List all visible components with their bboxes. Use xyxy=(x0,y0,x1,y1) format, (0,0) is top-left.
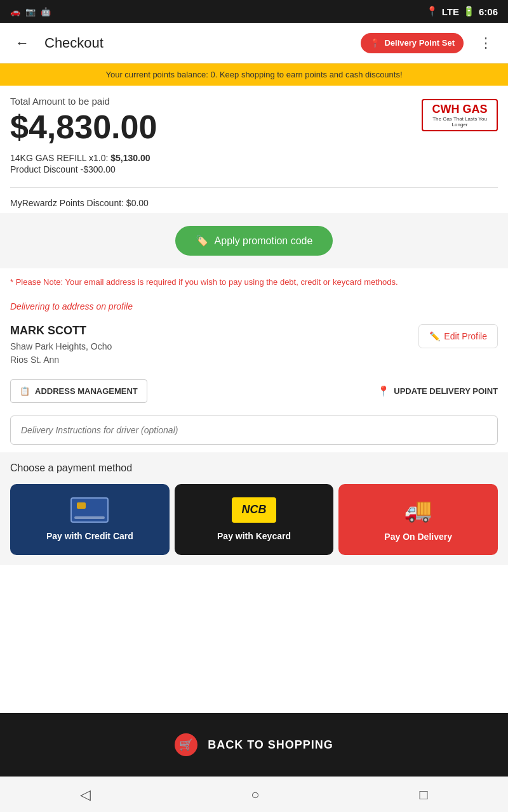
promo-label: Apply promotion code xyxy=(215,235,313,247)
credit-card-button[interactable]: Pay with Credit Card xyxy=(10,484,170,555)
address-mgmt-label: ADDRESS MANAGEMENT xyxy=(35,386,138,396)
item-price: $5,130.00 xyxy=(110,153,150,163)
keycard-label: Pay with Keycard xyxy=(217,530,291,542)
main-content: Total Amount to be paid $4,830.00 CWH GA… xyxy=(0,86,508,713)
rewards-row: MyRewardz Points Discount: $0.00 xyxy=(0,193,508,213)
delivery-badge-label: Delivery Point Set xyxy=(384,38,455,48)
credit-card-label: Pay with Credit Card xyxy=(46,530,133,542)
profile-address-line1: Shaw Park Heights, Ocho xyxy=(10,340,112,353)
red-pin-icon: 📍 xyxy=(377,385,390,397)
keycard-button[interactable]: NCB Pay with Keycard xyxy=(175,484,334,555)
delivery-instructions-section xyxy=(0,408,508,452)
delivery-point-badge[interactable]: 📍 Delivery Point Set xyxy=(361,33,464,53)
profile-address-line2: Rios St. Ann xyxy=(10,353,112,367)
total-section: Total Amount to be paid $4,830.00 CWH GA… xyxy=(0,86,508,145)
total-left: Total Amount to be paid $4,830.00 xyxy=(10,96,157,145)
header: ← Checkout 📍 Delivery Point Set ⋮ xyxy=(0,23,508,63)
address-mgmt-icon: 📋 xyxy=(20,386,30,396)
status-bar: 🚗 📷 🤖 📍 LTE 🔋 6:06 xyxy=(0,0,508,23)
note-section: * Please Note: Your email address is req… xyxy=(0,268,508,296)
update-delivery-button[interactable]: 📍 UPDATE DELIVERY POINT xyxy=(377,385,498,397)
total-amount: $4,830.00 xyxy=(10,109,157,145)
address-bar: 📋 ADDRESS MANAGEMENT 📍 UPDATE DELIVERY P… xyxy=(0,374,508,408)
rewards-label: MyRewardz Points Discount: xyxy=(10,198,124,208)
delivering-text: Delivering to address on profile xyxy=(10,301,498,311)
back-to-shopping-button[interactable]: 🛒 BACK TO SHOPPING xyxy=(10,723,498,766)
back-shopping-label: BACK TO SHOPPING xyxy=(208,738,333,752)
edit-profile-label: Edit Profile xyxy=(444,331,487,341)
item-label: 14KG GAS REFILL x1.0: xyxy=(10,153,108,163)
brand-tagline: The Gas That Lasts You Longer xyxy=(428,116,491,128)
payment-buttons: Pay with Credit Card NCB Pay with Keycar… xyxy=(10,484,498,555)
brand-name: CWH GAS xyxy=(428,103,491,116)
basket-icon: 🛒 xyxy=(175,733,197,756)
nav-recent-button[interactable]: □ xyxy=(401,780,447,809)
payment-section: Choose a payment method Pay with Credit … xyxy=(0,452,508,565)
profile-name: MARK SCOTT xyxy=(10,324,112,337)
promo-section: 🏷️ Apply promotion code xyxy=(0,213,508,268)
delivery-pay-label: Pay On Delivery xyxy=(384,531,452,542)
back-button[interactable]: ← xyxy=(10,30,34,56)
bottom-bar: 🛒 BACK TO SHOPPING xyxy=(0,713,508,776)
profile-info: MARK SCOTT Shaw Park Heights, Ocho Rios … xyxy=(10,324,112,367)
pin-icon: 📍 xyxy=(370,38,380,48)
order-details: 14KG GAS REFILL x1.0: $5,130.00 Product … xyxy=(0,145,508,182)
rewards-amount: $0.00 xyxy=(126,198,149,208)
cwh-logo: CWH GAS The Gas That Lasts You Longer xyxy=(422,96,498,134)
pencil-icon: ✏️ xyxy=(429,331,440,341)
clock: 6:06 xyxy=(479,6,498,17)
update-delivery-label: UPDATE DELIVERY POINT xyxy=(394,386,498,396)
discount-amount: -$300.00 xyxy=(81,164,116,174)
battery-icon: 🔋 xyxy=(463,6,475,17)
delivery-instructions-input[interactable] xyxy=(10,416,498,445)
delivering-section: Delivering to address on profile xyxy=(0,296,508,319)
payment-label: Choose a payment method xyxy=(10,462,498,474)
total-label: Total Amount to be paid xyxy=(10,96,157,107)
order-item-row: 14KG GAS REFILL x1.0: $5,130.00 xyxy=(10,153,498,163)
more-options-button[interactable]: ⋮ xyxy=(474,30,498,56)
discount-label: Product Discount xyxy=(10,164,78,174)
app-icon-2: 📷 xyxy=(25,7,36,16)
nav-back-button[interactable]: ◁ xyxy=(61,780,110,809)
tag-icon: 🏷️ xyxy=(196,235,208,247)
status-bar-left: 🚗 📷 🤖 xyxy=(10,7,51,16)
credit-card-icon xyxy=(70,497,109,523)
divider-1 xyxy=(10,187,498,188)
edit-profile-button[interactable]: ✏️ Edit Profile xyxy=(418,324,498,348)
profile-section: MARK SCOTT Shaw Park Heights, Ocho Rios … xyxy=(0,319,508,374)
nav-home-button[interactable]: ○ xyxy=(232,780,278,809)
promo-button[interactable]: 🏷️ Apply promotion code xyxy=(175,226,333,256)
page-title: Checkout xyxy=(44,35,351,51)
app-icon-1: 🚗 xyxy=(10,7,20,16)
address-management-button[interactable]: 📋 ADDRESS MANAGEMENT xyxy=(10,379,147,403)
points-text: Your current points balance: 0. Keep sho… xyxy=(105,70,402,79)
truck-icon: 🚚 xyxy=(404,497,432,523)
card-chip xyxy=(77,502,86,509)
lte-indicator: LTE xyxy=(442,6,459,17)
points-banner: Your current points balance: 0. Keep sho… xyxy=(0,63,508,86)
status-bar-right: 📍 LTE 🔋 6:06 xyxy=(426,6,498,17)
location-icon: 📍 xyxy=(426,6,438,17)
nav-bar: ◁ ○ □ xyxy=(0,776,508,812)
pay-on-delivery-button[interactable]: 🚚 Pay On Delivery xyxy=(338,484,498,555)
ncb-logo: NCB xyxy=(232,497,276,523)
note-text: * Please Note: Your email address is req… xyxy=(10,276,498,289)
discount-row: Product Discount -$300.00 xyxy=(10,164,498,174)
card-stripe xyxy=(74,516,105,519)
app-icon-3: 🤖 xyxy=(41,7,51,16)
